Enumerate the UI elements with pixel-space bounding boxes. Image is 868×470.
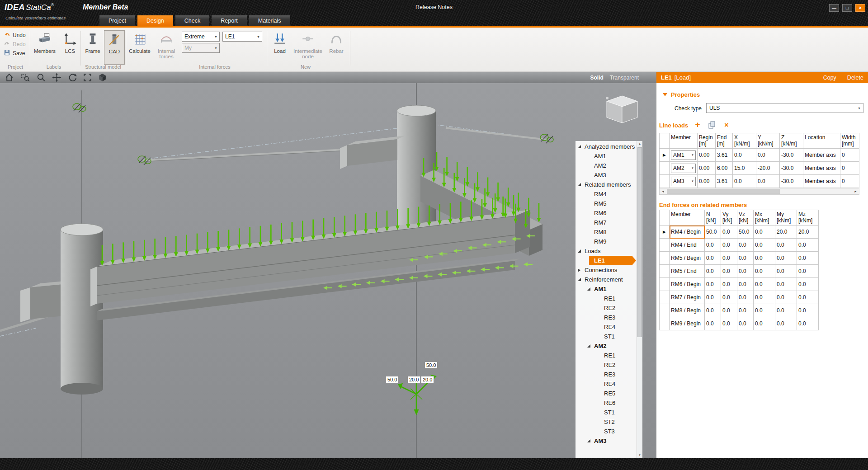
tree-item-loads[interactable]: Loads	[576, 246, 637, 256]
value-cell[interactable]: -30.0	[780, 175, 803, 188]
expander-expanded-icon[interactable]	[578, 145, 581, 148]
value-cell[interactable]: 0.0	[756, 175, 780, 188]
value-cell[interactable]: 0.0	[775, 317, 797, 330]
value-cell[interactable]: 0.0	[754, 304, 775, 317]
value-cell[interactable]: 0	[840, 175, 859, 188]
tree-item-re2[interactable]: RE2	[576, 303, 637, 313]
home-view-icon[interactable]	[5, 73, 14, 82]
value-cell[interactable]: 20.0	[797, 226, 819, 239]
row-selector[interactable]	[660, 239, 670, 252]
scroll-up-icon[interactable]: ▲	[637, 141, 642, 147]
row-selector[interactable]	[660, 265, 670, 278]
tree-item-rm8[interactable]: RM8	[576, 227, 637, 237]
member-cell[interactable]: RM5 / End	[670, 265, 705, 278]
row-selector[interactable]	[660, 291, 670, 304]
tab-report[interactable]: Report	[212, 15, 247, 26]
internal-forces-button[interactable]: Internal forces	[153, 30, 180, 65]
value-cell[interactable]: 20.0	[775, 226, 797, 239]
solid-mode-button[interactable]: Solid	[590, 75, 603, 81]
display-mode-icon[interactable]	[98, 73, 107, 82]
value-cell[interactable]: 0.0	[754, 317, 775, 330]
tree-item-rm4[interactable]: RM4	[576, 189, 637, 199]
row-selector[interactable]	[660, 278, 670, 291]
value-cell[interactable]: -30.0	[780, 162, 803, 175]
value-cell[interactable]: 0.0	[721, 239, 737, 252]
tree-item-re1[interactable]: RE1	[576, 294, 637, 303]
expander-expanded-icon[interactable]	[587, 287, 590, 291]
member-cell[interactable]: RM9 / Begin	[670, 317, 705, 330]
value-cell[interactable]: 0.0	[797, 304, 819, 317]
expander-expanded-icon[interactable]	[587, 344, 590, 348]
tree-item-re3[interactable]: RE3	[576, 313, 637, 322]
value-cell[interactable]: 0.0	[775, 265, 797, 278]
tree-item-rm6[interactable]: RM6	[576, 208, 637, 218]
tree-item-am2[interactable]: AM2	[576, 161, 637, 170]
member-dropdown[interactable]: AM3▼	[671, 177, 696, 186]
check-type-dropdown[interactable]: ULS ▼	[706, 103, 863, 113]
tab-check[interactable]: Check	[175, 15, 209, 26]
value-cell[interactable]: -30.0	[780, 149, 803, 162]
value-cell[interactable]: Member axis	[803, 175, 840, 188]
value-cell[interactable]: 0.0	[705, 291, 721, 304]
tree-item-am1[interactable]: AM1	[576, 284, 637, 294]
value-cell[interactable]: 0.0	[754, 226, 775, 239]
frame-button[interactable]: Frame	[82, 30, 103, 65]
rotate-icon[interactable]	[68, 73, 77, 82]
rebar-button[interactable]: Rebar	[326, 30, 347, 65]
tree-item-am2[interactable]: AM2	[576, 341, 637, 351]
tree-item-re2[interactable]: RE2	[576, 360, 637, 370]
member-cell[interactable]: RM7 / Begin	[670, 291, 705, 304]
row-selector[interactable]	[660, 304, 670, 317]
tree-item-st2[interactable]: ST2	[576, 417, 637, 427]
scrollbar-thumb[interactable]	[667, 189, 780, 194]
tab-design[interactable]: Design	[137, 15, 173, 26]
expander-collapsed-icon[interactable]	[578, 268, 580, 272]
value-cell[interactable]: 0.0	[756, 149, 780, 162]
value-cell[interactable]: 0.0	[737, 304, 754, 317]
tree-item-st3[interactable]: ST3	[576, 427, 637, 436]
zoom-icon[interactable]	[36, 73, 46, 82]
value-cell[interactable]: 0.0	[737, 291, 754, 304]
member-cell[interactable]: RM4 / End	[670, 239, 705, 252]
add-line-load-button[interactable]: +	[693, 120, 703, 130]
tree-item-st1[interactable]: ST1	[576, 408, 637, 417]
expander-expanded-icon[interactable]	[587, 439, 590, 442]
value-cell[interactable]: 0.0	[754, 278, 775, 291]
value-cell[interactable]: 0.00	[698, 162, 716, 175]
scroll-left-icon[interactable]: ◄	[660, 188, 666, 194]
value-cell[interactable]: 0.0	[754, 265, 775, 278]
value-cell[interactable]: 0.0	[775, 304, 797, 317]
tree-item-am3[interactable]: AM3	[576, 436, 637, 446]
value-cell[interactable]: 0.0	[754, 291, 775, 304]
tree-item-am3[interactable]: AM3	[576, 170, 637, 180]
value-cell[interactable]: 0.0	[775, 291, 797, 304]
scroll-right-icon[interactable]: ►	[852, 188, 859, 194]
delete-line-load-button[interactable]: ×	[722, 120, 731, 130]
value-cell[interactable]: 0.0	[775, 252, 797, 265]
expander-expanded-icon[interactable]	[578, 183, 581, 186]
value-cell[interactable]: 0.00	[698, 149, 716, 162]
expander-expanded-icon[interactable]	[578, 249, 581, 253]
tree-item-reinforcement[interactable]: Reinforcement	[576, 275, 637, 284]
value-cell[interactable]: 15.0	[733, 162, 756, 175]
3d-viewport-scene[interactable]	[0, 83, 656, 458]
member-cell[interactable]: AM3▼	[670, 175, 698, 188]
tree-item-le1[interactable]: LE1	[576, 256, 637, 265]
value-cell[interactable]: 0.0	[737, 252, 754, 265]
value-cell[interactable]: 0.00	[698, 175, 716, 188]
row-selector[interactable]	[660, 252, 670, 265]
value-cell[interactable]: 0.0	[754, 252, 775, 265]
copy-button[interactable]: Copy	[823, 75, 836, 81]
line-loads-hscrollbar[interactable]: ◄ ►	[659, 188, 859, 195]
value-cell[interactable]: 50.0	[737, 226, 754, 239]
value-cell[interactable]: 0.0	[721, 252, 737, 265]
value-cell[interactable]: 0.0	[721, 291, 737, 304]
tree-scrollbar[interactable]: ▲ ▼	[637, 141, 642, 458]
tree-item-re6[interactable]: RE6	[576, 398, 637, 408]
value-cell[interactable]: 0.0	[797, 317, 819, 330]
value-cell[interactable]: 50.0	[705, 226, 721, 239]
transparent-mode-button[interactable]: Transparent	[610, 75, 639, 81]
row-selector[interactable]: ▶	[660, 149, 670, 162]
3d-viewport[interactable]: Analyzed membersAM1AM2AM3Related members…	[0, 83, 656, 458]
value-cell[interactable]: 3.61	[716, 149, 733, 162]
